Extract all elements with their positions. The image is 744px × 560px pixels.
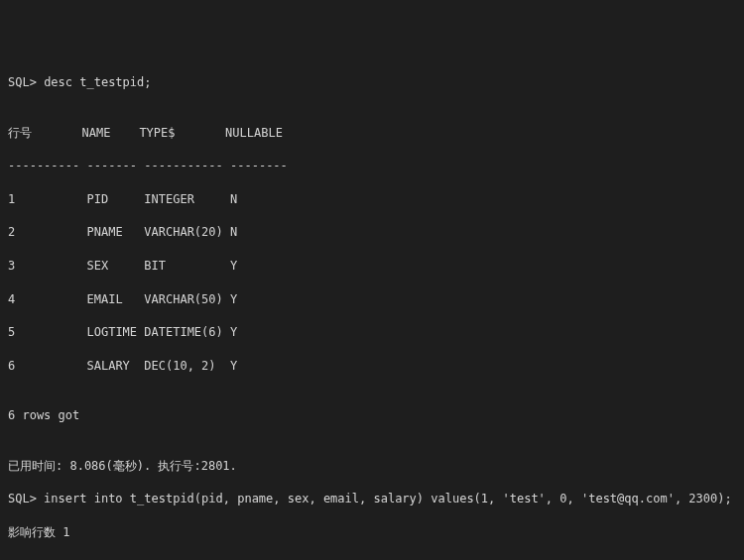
table-row: 6 SALARY DEC(10, 2) Y — [8, 358, 736, 375]
table-row: 4 EMAIL VARCHAR(50) Y — [8, 291, 736, 308]
table-row: 5 LOGTIME DATETIME(6) Y — [8, 324, 736, 341]
sql-prompt-desc: SQL> desc t_testpid; — [8, 74, 736, 91]
col-null: Y — [230, 292, 237, 306]
div-name: ------- — [86, 159, 137, 172]
th-rowno: 行号 — [8, 126, 32, 140]
col-no: 5 — [8, 325, 15, 339]
col-no: 3 — [8, 259, 15, 273]
table-row: 3 SEX BIT Y — [8, 258, 736, 275]
th-type: TYPE$ — [139, 126, 175, 140]
col-type: DEC(10, 2) — [144, 359, 215, 373]
col-name: EMAIL — [86, 292, 122, 306]
div-type: ----------- — [144, 159, 222, 172]
col-null: Y — [230, 325, 237, 339]
col-null: Y — [230, 259, 237, 273]
affected-rows: 影响行数 1 — [8, 524, 736, 541]
col-type: INTEGER — [144, 192, 194, 206]
col-name: PNAME — [86, 225, 122, 239]
div-nullable: -------- — [230, 159, 288, 172]
col-name: SEX — [86, 259, 108, 273]
col-no: 6 — [8, 359, 15, 373]
col-name: PID — [86, 192, 108, 206]
command-text: desc t_testpid; — [44, 75, 151, 89]
col-type: BIT — [144, 259, 166, 273]
terminal-output[interactable]: SQL> desc t_testpid; 行号 NAME TYPE$ NULLA… — [8, 74, 736, 560]
table-divider: ---------- ------- ----------- -------- — [8, 158, 736, 174]
th-nullable: NULLABLE — [225, 126, 283, 140]
col-name: SALARY — [86, 359, 129, 373]
sql-insert: SQL> insert into t_testpid(pid, pname, s… — [8, 491, 736, 507]
col-type: VARCHAR(20) — [144, 225, 222, 239]
th-name: NAME — [82, 126, 111, 140]
col-null: N — [230, 225, 237, 239]
table-header: 行号 NAME TYPE$ NULLABLE — [8, 125, 736, 142]
col-no: 2 — [8, 225, 15, 239]
col-type: VARCHAR(50) — [144, 292, 222, 306]
table-row: 1 PID INTEGER N — [8, 191, 736, 208]
col-name: LOGTIME — [86, 325, 137, 339]
rows-got: 6 rows got — [8, 407, 736, 424]
table-row: 2 PNAME VARCHAR(20) N — [8, 224, 736, 241]
time-line: 已用时间: 8.086(毫秒). 执行号:2801. — [8, 458, 736, 475]
col-type: DATETIME(6) — [144, 325, 222, 339]
col-no: 4 — [8, 292, 15, 306]
col-no: 1 — [8, 192, 15, 206]
col-null: Y — [230, 359, 237, 373]
col-null: N — [230, 192, 237, 206]
div-rowno: ---------- — [8, 159, 79, 172]
